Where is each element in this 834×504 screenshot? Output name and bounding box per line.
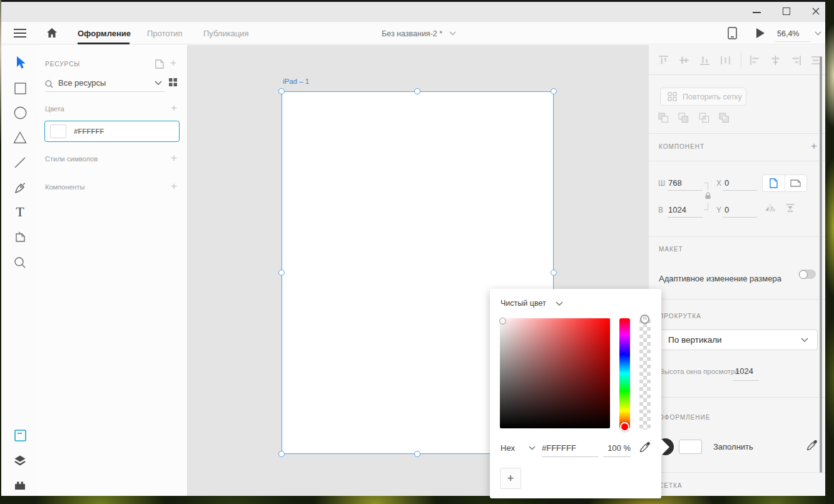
artboard-tool-button[interactable] [13, 229, 28, 244]
orientation-portrait-button[interactable] [763, 175, 785, 191]
saturation-brightness-field[interactable] [500, 318, 610, 428]
align-bottom-icon[interactable] [699, 55, 710, 66]
add-component-state-button[interactable]: + [811, 142, 817, 151]
flip-vertical-button[interactable] [785, 203, 795, 213]
component-section-header: КОМПОНЕНТ [659, 143, 704, 150]
home-button[interactable] [46, 28, 58, 38]
polygon-tool-button[interactable] [13, 130, 28, 145]
tab-share[interactable]: Публикация [203, 29, 249, 38]
zoom-dropdown-chevron[interactable] [815, 31, 821, 36]
document-assets-icon[interactable] [155, 59, 164, 69]
artboard-handle[interactable] [551, 88, 557, 94]
align-left-icon[interactable] [750, 55, 760, 66]
artboard-name-label[interactable]: iPad – 1 [283, 78, 309, 85]
boolean-intersect-icon[interactable] [699, 113, 709, 123]
hue-slider-handle[interactable] [620, 422, 629, 431]
height-field-underline [668, 217, 703, 218]
document-title-chevron[interactable] [449, 31, 456, 36]
fill-color-swatch[interactable] [679, 440, 702, 454]
artboard-handle[interactable] [278, 88, 285, 94]
boolean-exclude-icon[interactable] [719, 113, 730, 123]
boolean-subtract-icon[interactable] [678, 113, 689, 123]
zoom-level-value[interactable]: 56,4% [777, 29, 799, 38]
play-preview-button[interactable] [756, 28, 765, 38]
repeat-grid-icon [668, 92, 677, 101]
divider [649, 299, 825, 300]
window-minimize-button[interactable] [753, 12, 761, 13]
color-swatch[interactable] [50, 124, 66, 138]
triangle-icon [13, 131, 27, 144]
assets-panel-toggle-button[interactable] [13, 428, 28, 443]
height-value[interactable]: 1024 [668, 205, 686, 214]
sv-selector-ring[interactable] [499, 318, 506, 325]
scroll-direction-dropdown[interactable]: По вертикали [659, 330, 818, 350]
plugins-panel-toggle-button[interactable] [13, 478, 28, 493]
assets-filter-value[interactable]: Все ресурсы [58, 78, 106, 88]
tab-design[interactable]: Оформление [78, 29, 131, 38]
align-middle-vertical-icon[interactable] [679, 55, 689, 66]
boolean-add-icon[interactable] [658, 113, 669, 123]
pen-tool-button[interactable] [13, 180, 28, 195]
add-component-button[interactable]: + [171, 182, 177, 191]
inspector-scrollbar[interactable] [820, 56, 822, 473]
assets-filter-chevron[interactable] [155, 81, 162, 86]
hamburger-menu-button[interactable] [14, 29, 26, 38]
hex-value-input[interactable]: #FFFFFF [542, 443, 576, 453]
responsive-resize-toggle[interactable] [799, 270, 816, 279]
artboard-handle[interactable] [278, 451, 285, 457]
assets-grid-view-button[interactable] [169, 78, 177, 86]
layers-icon [14, 455, 26, 466]
color-mode-chevron[interactable] [556, 301, 563, 306]
add-color-button[interactable]: + [171, 104, 177, 113]
color-mode-value[interactable]: Чистый цвет [501, 299, 546, 308]
appearance-section-header: ОФОРМЛЕНИЕ [659, 414, 710, 421]
artboard-handle[interactable] [414, 88, 420, 94]
tab-prototype[interactable]: Прототип [147, 29, 183, 38]
distribute-vertical-icon[interactable] [720, 55, 731, 66]
flip-horizontal-icon [765, 203, 776, 213]
artboard-handle[interactable] [414, 451, 420, 457]
document-title[interactable]: Без названия-2 * [382, 29, 442, 38]
zoom-tool-button[interactable] [13, 255, 28, 270]
alpha-slider-handle[interactable] [640, 315, 649, 324]
orientation-landscape-button[interactable] [785, 175, 807, 191]
alpha-slider[interactable] [639, 316, 651, 430]
x-value[interactable]: 0 [725, 178, 729, 188]
page-icon [155, 59, 164, 69]
viewport-height-label: Высота окна просмотра [659, 368, 739, 375]
artboard-handle[interactable] [278, 270, 285, 276]
text-tool-button[interactable]: T [13, 204, 28, 219]
fill-eyedropper-button[interactable] [806, 440, 818, 451]
opacity-value-input[interactable]: 100 % [603, 443, 631, 453]
line-tool-button[interactable] [13, 155, 28, 170]
save-color-button[interactable]: + [500, 468, 521, 489]
picker-eyedropper-button[interactable] [639, 441, 651, 453]
rectangle-tool-button[interactable] [13, 81, 28, 96]
viewport-height-value[interactable]: 1024 [735, 366, 753, 376]
grid-view-icon [169, 78, 177, 86]
align-center-horizontal-icon[interactable] [770, 55, 781, 66]
y-value[interactable]: 0 [725, 205, 729, 214]
width-value[interactable]: 768 [668, 178, 682, 188]
align-top-icon[interactable] [658, 55, 669, 66]
select-arrow-icon [14, 56, 26, 69]
color-format-value[interactable]: Hex [501, 443, 515, 453]
repeat-grid-button[interactable]: Повторить сетку [660, 88, 746, 106]
device-preview-button[interactable] [728, 27, 737, 39]
flip-horizontal-button[interactable] [765, 203, 776, 213]
ellipse-tool-button[interactable] [13, 105, 28, 120]
layers-panel-toggle-button[interactable] [13, 453, 28, 468]
color-asset-row[interactable]: #FFFFFF [44, 121, 180, 142]
select-tool-button[interactable] [13, 55, 28, 70]
assets-add-button[interactable]: + [170, 59, 176, 68]
window-titlebar[interactable] [1, 2, 825, 22]
hue-slider[interactable] [619, 318, 630, 428]
window-maximize-button[interactable] [783, 8, 790, 15]
window-close-button[interactable] [811, 7, 820, 16]
artboard-handle[interactable] [551, 270, 557, 276]
aspect-lock-button[interactable] [704, 192, 711, 199]
tools-column: T [1, 45, 38, 496]
color-format-chevron[interactable] [529, 446, 536, 450]
add-character-style-button[interactable]: + [171, 154, 177, 163]
align-right-icon[interactable] [791, 55, 801, 66]
